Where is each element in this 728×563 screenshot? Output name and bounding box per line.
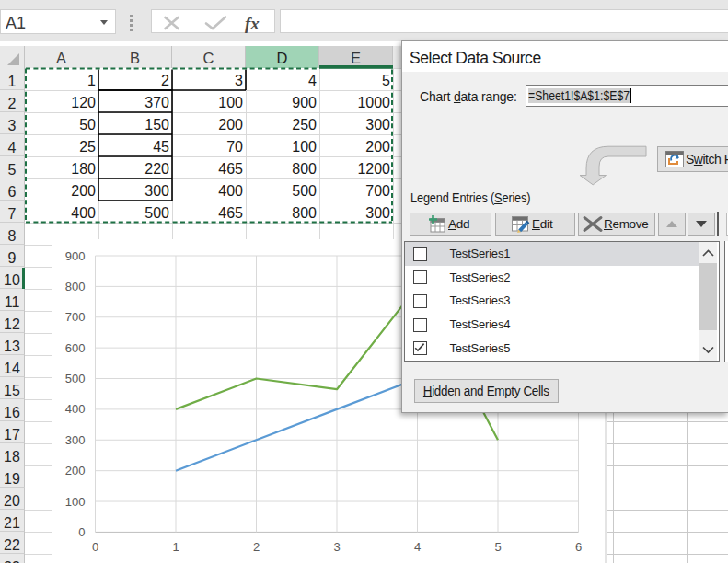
- svg-text:900: 900: [65, 249, 86, 263]
- svg-text:fx: fx: [245, 14, 260, 33]
- svg-text:1: 1: [172, 540, 179, 554]
- svg-text:2: 2: [253, 540, 260, 554]
- svg-text:5: 5: [494, 540, 501, 554]
- svg-text:600: 600: [65, 341, 86, 355]
- svg-text:500: 500: [65, 372, 86, 385]
- svg-text:800: 800: [65, 280, 86, 293]
- svg-text:300: 300: [65, 433, 86, 447]
- svg-text:100: 100: [65, 495, 86, 509]
- svg-text:6: 6: [575, 540, 582, 554]
- svg-text:700: 700: [65, 310, 86, 324]
- svg-text:200: 200: [65, 464, 86, 477]
- svg-text:3: 3: [333, 540, 340, 554]
- svg-text:400: 400: [65, 402, 86, 416]
- svg-text:4: 4: [414, 540, 421, 554]
- svg-text:0: 0: [78, 525, 85, 539]
- svg-text:0: 0: [92, 540, 98, 554]
